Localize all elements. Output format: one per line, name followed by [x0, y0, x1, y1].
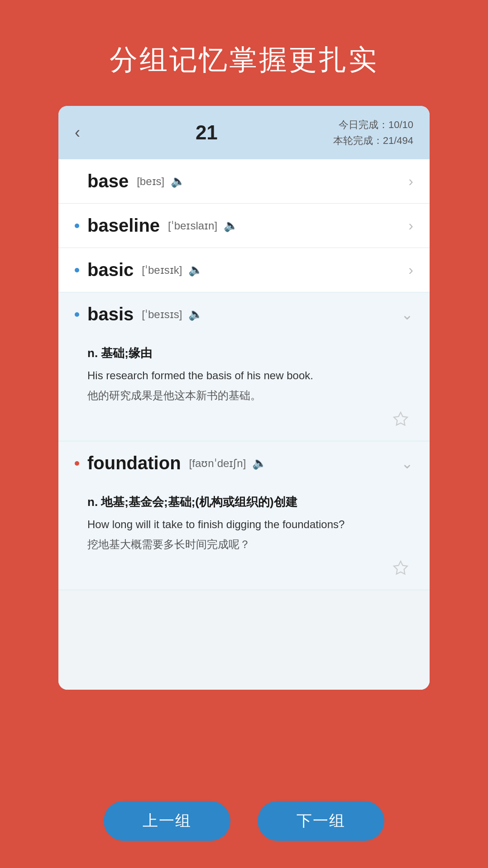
- word-definition: n. 地基;基金会;基础;(机构或组织的)创建: [87, 494, 413, 510]
- chevron-right-icon: ›: [408, 173, 413, 190]
- chevron-down-icon: ⌄: [401, 455, 413, 472]
- word-list: base [beɪs] 🔈 › baseline [ˈbeɪslaɪn] 🔈 ›…: [58, 159, 430, 590]
- chevron-right-icon: ›: [408, 217, 413, 234]
- sound-icon[interactable]: 🔈: [188, 307, 203, 321]
- chevron-right-icon: ›: [408, 262, 413, 278]
- svg-marker-1: [394, 561, 407, 574]
- favorite-button[interactable]: [87, 411, 413, 427]
- word-example-zh: 他的研究成果是他这本新书的基础。: [87, 387, 413, 404]
- back-button[interactable]: ‹: [75, 124, 80, 141]
- sound-icon[interactable]: 🔈: [224, 219, 238, 233]
- round-completed-label: 本轮完成：21/494: [333, 133, 413, 148]
- word-text: base: [87, 171, 129, 191]
- word-example-en: His research formed the basis of his new…: [87, 367, 413, 384]
- list-item[interactable]: basis [ˈbeɪsɪs] 🔈 ⌄ n. 基础;缘由 His researc…: [58, 292, 430, 441]
- word-phonetic: [beɪs]: [137, 175, 164, 188]
- next-group-button[interactable]: 下一组: [258, 801, 384, 841]
- word-phonetic: [ˈbeɪsɪs]: [142, 308, 182, 321]
- word-phonetic: [ˈbeɪslaɪn]: [168, 219, 217, 232]
- prev-group-button[interactable]: 上一组: [104, 801, 230, 841]
- list-item[interactable]: basic [ˈbeɪsɪk] 🔈 ›: [58, 248, 430, 292]
- word-indicator: [75, 312, 79, 317]
- word-example-zh: 挖地基大概需要多长时间完成呢？: [87, 536, 413, 553]
- word-number: 21: [196, 121, 218, 144]
- word-phonetic: [ˈbeɪsɪk]: [142, 264, 182, 277]
- word-expansion: n. 基础;缘由 His research formed the basis o…: [58, 336, 430, 441]
- sound-icon[interactable]: 🔈: [171, 174, 185, 188]
- vocabulary-card: ‹ 21 今日完成：10/10 本轮完成：21/494 base [beɪs] …: [58, 106, 430, 690]
- sound-icon[interactable]: 🔈: [252, 456, 267, 470]
- list-item[interactable]: foundation [faʊnˈdeɪʃn] 🔈 ⌄ n. 地基;基金会;基础…: [58, 441, 430, 590]
- word-indicator: [75, 268, 79, 272]
- chevron-down-icon: ⌄: [401, 306, 413, 323]
- word-definition: n. 基础;缘由: [87, 345, 413, 361]
- favorite-button[interactable]: [87, 560, 413, 576]
- word-text: basis: [87, 304, 134, 324]
- word-phonetic: [faʊnˈdeɪʃn]: [189, 457, 246, 470]
- header-stats: 今日完成：10/10 本轮完成：21/494: [333, 117, 413, 148]
- list-item[interactable]: base [beɪs] 🔈 ›: [58, 159, 430, 204]
- word-indicator: [75, 461, 79, 466]
- word-text: basic: [87, 260, 134, 280]
- svg-marker-0: [394, 412, 407, 425]
- card-header: ‹ 21 今日完成：10/10 本轮完成：21/494: [58, 106, 430, 159]
- page-title: 分组记忆掌握更扎实: [110, 41, 378, 79]
- word-text: baseline: [87, 215, 160, 236]
- word-example-en: How long will it take to finish digging …: [87, 516, 413, 533]
- word-text: foundation: [87, 453, 181, 473]
- empty-area: [58, 590, 430, 690]
- word-indicator: [75, 224, 79, 228]
- sound-icon[interactable]: 🔈: [188, 263, 203, 277]
- list-item[interactable]: baseline [ˈbeɪslaɪn] 🔈 ›: [58, 204, 430, 248]
- today-completed-label: 今日完成：10/10: [333, 117, 413, 133]
- bottom-buttons: 上一组 下一组: [0, 801, 488, 841]
- word-indicator: [75, 179, 79, 184]
- word-expansion: n. 地基;基金会;基础;(机构或组织的)创建 How long will it…: [58, 485, 430, 590]
